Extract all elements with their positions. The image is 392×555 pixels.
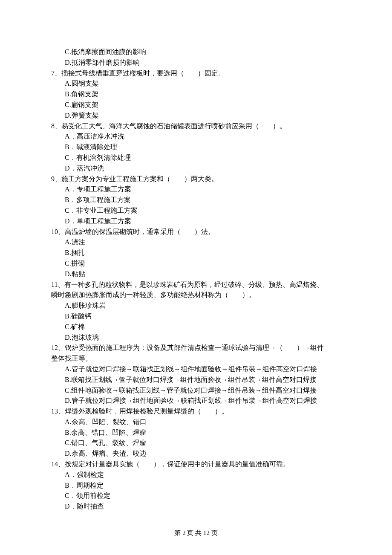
question-12-option-a: A.管子就位对口焊接→联箱找正划线→组件地面验收→组件吊装→组件高空对口焊接 (51, 364, 341, 375)
question-9-option-b: B．多项工程施工方案 (51, 195, 341, 205)
question-14-option-b: B．周期检定 (51, 480, 341, 491)
question-13-option-d: D.余高、焊瘤、夹渣、咬边 (51, 448, 341, 459)
question-13-option-b: B.余高、错口、凹陷、焊瘤 (51, 428, 341, 438)
question-14-option-c: C．领用前检定 (51, 491, 341, 501)
document-page: C.抵消摩擦面间油膜的影响 D.抵消零部件磨损的影响 7、插接式母线槽垂直穿过楼… (0, 0, 392, 555)
question-12-option-d: D.管子就位对口焊接→组件地面验收→联箱找正划线→组件吊装→组件高空对口焊接 (51, 396, 341, 406)
question-7-option-c: C.扁钢支架 (51, 100, 341, 110)
question-7-option-b: B.角钢支架 (51, 89, 341, 100)
question-9-option-a: A．专项工程施工方案 (51, 184, 341, 195)
question-9-stem: 9、施工方案分为专业工程施工方案和（ ）两大类。 (51, 174, 341, 185)
question-10-option-b: B.捆扎 (51, 248, 341, 258)
question-7-option-a: A.圆钢支架 (51, 78, 341, 89)
question-10-option-c: C.拼砌 (51, 258, 341, 269)
question-7-option-d: D.弹簧支架 (51, 110, 341, 121)
prev-option-d: D.抵消零部件磨损的影响 (51, 58, 341, 68)
question-7-stem: 7、插接式母线槽垂直穿过楼板时，要选用（ ）固定。 (51, 68, 341, 79)
question-10-option-d: D.粘贴 (51, 269, 341, 280)
question-11-option-a: A.膨胀珍珠岩 (51, 301, 341, 311)
question-12-option-b: B.联箱找正划线→管子就位对口焊接→组件地面验收→组件吊装→组件高空对口焊接 (51, 375, 341, 385)
question-11-stem-line2: 瞬时急剧加热膨胀而成的一种轻质、多功能绝热材料称为（ ）。 (51, 290, 341, 301)
question-13-stem: 13、焊缝外观检验时，用焊接检验尺测量焊缝的（ ）。 (51, 406, 341, 417)
question-8-stem: 8、易受化工大气、海洋大气腐蚀的石油储罐表面进行喷砂前应采用（ ）。 (51, 121, 341, 132)
question-9-option-c: C．非专业工程施工方案 (51, 205, 341, 216)
question-12-stem-line2: 整体找正等。 (51, 353, 341, 364)
question-13-option-c: C.错口、气孔、裂纹、焊瘤 (51, 438, 341, 448)
question-14-option-d: D．随时抽查 (51, 501, 341, 512)
question-14-stem: 14、按规定对计量器具实施（ ），保证使用中的计量器具的量值准确可靠。 (51, 459, 341, 470)
page-footer: 第 2 页 共 12 页 (0, 528, 392, 538)
question-9-option-d: D．单项工程施工方案 (51, 216, 341, 227)
question-8-option-d: D．蒸汽冲洗 (51, 163, 341, 174)
question-13-option-a: A.余高、凹陷、裂纹、错口 (51, 417, 341, 428)
question-11-option-d: D.泡沫玻璃 (51, 332, 341, 343)
question-8-option-a: A．高压洁净水冲洗 (51, 131, 341, 142)
question-8-option-b: B．碱液清除处理 (51, 142, 341, 153)
question-8-option-c: C．有机溶剂清除处理 (51, 153, 341, 163)
prev-option-c: C.抵消摩擦面间油膜的影响 (51, 47, 341, 58)
question-12-option-c: C.组件地面验收→联箱找正划线→管子就位对口焊接→组件吊装→组件高空对口焊接 (51, 385, 341, 396)
question-11-option-b: B.硅酸钙 (51, 311, 341, 322)
question-10-stem: 10、高温炉墙的保温层砌筑时，通常采用（ ）法。 (51, 227, 341, 237)
question-12-stem-line1: 12、锅炉受热面的施工程序为：设备及其部件清点检查一通球试验与清理→（ ）→组件 (51, 343, 341, 353)
question-10-option-a: A.浇注 (51, 237, 341, 248)
question-14-option-a: A．强制检定 (51, 470, 341, 480)
question-11-option-c: C.矿棉 (51, 322, 341, 332)
question-11-stem-line1: 11、有一种多孔的粒状物料，是以珍珠岩矿石为原料，经过破碎、分级、预热、高温焙烧… (51, 280, 341, 290)
